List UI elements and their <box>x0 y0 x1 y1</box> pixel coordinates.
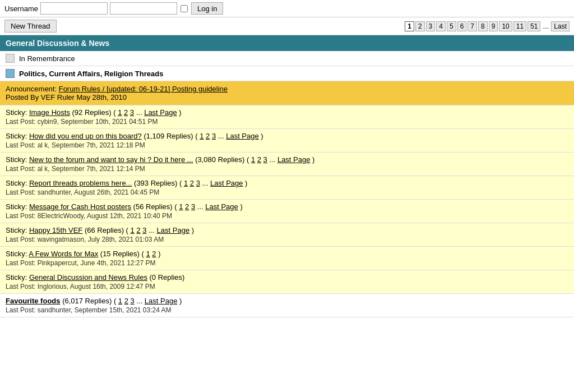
sticky-thread-row: Sticky: Message for Cash Host posters (5… <box>0 200 574 223</box>
normal-threads-container: Favourite foods (6,017 Replies) ( 1 2 3 … <box>0 294 574 317</box>
page-3-link[interactable]: 3 <box>426 21 436 31</box>
sticky-thread-page-link[interactable]: 1 <box>179 202 183 211</box>
page-11-link[interactable]: 11 <box>513 21 526 31</box>
sticky-thread-row: Sticky: New to the forum and want to say… <box>0 153 574 176</box>
sticky-prefix: Sticky: <box>6 250 29 258</box>
login-button[interactable]: Log in <box>191 2 223 15</box>
sticky-thread-row: Sticky: A Few Words for Max (15 Replies)… <box>0 247 574 270</box>
sticky-thread-page-link[interactable]: 1 <box>131 226 135 234</box>
sticky-thread-page-link[interactable]: 2 <box>257 155 261 164</box>
announcement-link[interactable]: Forum Rules / [updated: 06-19-21] Postin… <box>59 85 228 93</box>
page-2-link[interactable]: 2 <box>415 21 425 31</box>
thread-title-line: Sticky: New to the forum and want to say… <box>6 155 568 164</box>
sticky-prefix: Sticky: <box>6 132 29 140</box>
sticky-prefix: Sticky: <box>6 202 29 211</box>
thread-title-line: Sticky: Happy 15th VEF (66 Replies) ( 1 … <box>6 226 568 234</box>
thread-last-post: Last Post: al k, September 7th, 2021 12:… <box>6 165 568 173</box>
subforum-row-in-remembrance: In Remembrance <box>0 51 574 66</box>
thread-last-post: Last Post: Pinkpapercut, June 4th, 2021 … <box>6 259 568 267</box>
page-51-link[interactable]: 51 <box>527 21 540 31</box>
thread-page-link[interactable]: 2 <box>124 297 128 305</box>
normal-thread-row: Favourite foods (6,017 Replies) ( 1 2 3 … <box>0 294 574 317</box>
thread-page-link[interactable]: 3 <box>131 297 135 305</box>
new-thread-button[interactable]: New Thread <box>4 20 57 33</box>
sticky-thread-title[interactable]: A Few Words for Max <box>29 250 98 258</box>
sticky-thread-page-link[interactable]: 2 <box>185 202 189 211</box>
sticky-thread-title[interactable]: Happy 15th VEF <box>29 226 82 234</box>
sticky-prefix: Sticky: <box>6 108 29 117</box>
thread-last-post: Last Post: 8ElectricWoody, August 12th, … <box>6 212 568 220</box>
sticky-thread-title[interactable]: New to the forum and want to say hi ? Do… <box>29 155 193 164</box>
thread-title-line: Sticky: Image Hosts (92 Replies) ( 1 2 3… <box>6 108 568 117</box>
sticky-thread-page-link[interactable]: 2 <box>206 132 210 140</box>
thread-last-post: Last Post: cybin9, September 10th, 2021 … <box>6 118 568 126</box>
page-10-link[interactable]: 10 <box>499 21 512 31</box>
toolbar-row: New Thread 1 2 3 4 5 6 7 8 9 10 11 51 ..… <box>0 17 574 35</box>
sticky-thread-title[interactable]: Message for Cash Host posters <box>29 202 131 211</box>
sticky-thread-page-link[interactable]: 1 <box>146 250 150 258</box>
thread-title[interactable]: Favourite foods <box>6 297 61 305</box>
sticky-prefix: Sticky: <box>6 155 29 164</box>
sticky-thread-page-link[interactable]: 3 <box>191 202 195 211</box>
thread-title-line: Sticky: A Few Words for Max (15 Replies)… <box>6 250 568 258</box>
sticky-thread-page-link[interactable]: 2 <box>136 226 140 234</box>
sticky-thread-page-link[interactable]: 1 <box>184 179 188 187</box>
sticky-thread-row: Sticky: Image Hosts (92 Replies) ( 1 2 3… <box>0 105 574 129</box>
announcement-posted-by: Posted By VEF Ruler May 28th, 2010 <box>6 93 127 102</box>
sticky-thread-title[interactable]: Image Hosts <box>29 108 70 117</box>
page-6-link[interactable]: 6 <box>457 21 467 31</box>
sticky-thread-page-link[interactable]: 2 <box>190 179 194 187</box>
thread-last-page-link[interactable]: Last Page <box>145 297 178 305</box>
sticky-thread-last-page-link[interactable]: Last Page <box>144 108 177 117</box>
thread-last-post: Last Post: sandhunter, August 26th, 2021… <box>6 188 568 196</box>
username-input[interactable] <box>40 2 108 15</box>
sticky-thread-page-link[interactable]: 1 <box>251 155 255 164</box>
sticky-thread-title[interactable]: General Discussion and News Rules <box>29 273 147 282</box>
thread-title-line: Sticky: Message for Cash Host posters (5… <box>6 202 568 211</box>
page-8-link[interactable]: 8 <box>478 21 488 31</box>
sticky-thread-row: Sticky: How did you end up on this board… <box>0 129 574 153</box>
sticky-thread-page-link[interactable]: 3 <box>142 226 146 234</box>
subforum-link-in-remembrance[interactable]: In Remembrance <box>19 54 75 63</box>
sticky-thread-title[interactable]: Report threads problems here... <box>29 179 132 187</box>
sticky-thread-row: Sticky: Report threads problems here... … <box>0 176 574 200</box>
last-page-link[interactable]: Last <box>551 21 570 31</box>
thread-page-link[interactable]: 1 <box>118 297 122 305</box>
page-5-link[interactable]: 5 <box>447 21 456 31</box>
thread-last-post: Last Post: sandhunter, September 15th, 2… <box>6 306 568 314</box>
sticky-thread-page-link[interactable]: 1 <box>118 108 122 117</box>
sticky-thread-row: Sticky: General Discussion and News Rule… <box>0 270 574 294</box>
thread-title-line: Sticky: General Discussion and News Rule… <box>6 273 568 282</box>
subforum-icon-gray <box>6 54 15 63</box>
sticky-thread-page-link[interactable]: 3 <box>263 155 267 164</box>
thread-title-line: Sticky: How did you end up on this board… <box>6 132 568 140</box>
thread-title-line: Sticky: Report threads problems here... … <box>6 179 568 187</box>
sticky-thread-last-page-link[interactable]: Last Page <box>210 179 243 187</box>
announcement-prefix: Announcement: <box>6 85 59 93</box>
sticky-thread-page-link[interactable]: 3 <box>212 132 216 140</box>
sticky-thread-page-link[interactable]: 1 <box>200 132 203 140</box>
page-1-link[interactable]: 1 <box>405 21 414 31</box>
section-title: General Discussion & News <box>6 39 109 48</box>
sticky-thread-page-link[interactable]: 3 <box>130 108 134 117</box>
sticky-thread-last-page-link[interactable]: Last Page <box>205 202 238 211</box>
page-4-link[interactable]: 4 <box>436 21 446 31</box>
sticky-thread-last-page-link[interactable]: Last Page <box>226 132 259 140</box>
login-bar: Username Log in <box>0 0 574 17</box>
sticky-thread-page-link[interactable]: 2 <box>124 108 128 117</box>
page-7-link[interactable]: 7 <box>467 21 477 31</box>
sticky-thread-page-link[interactable]: 2 <box>152 250 156 258</box>
subforum-link-politics[interactable]: Politics, Current Affairs, Religion Thre… <box>19 70 163 78</box>
sticky-thread-last-page-link[interactable]: Last Page <box>277 155 311 164</box>
page-9-link[interactable]: 9 <box>489 21 498 31</box>
remember-me-checkbox[interactable] <box>180 5 188 12</box>
subforum-icon-blue <box>6 69 15 78</box>
ellipsis: ... <box>541 21 550 31</box>
password-input[interactable] <box>110 2 177 15</box>
sticky-prefix: Sticky: <box>6 226 29 234</box>
sticky-thread-last-page-link[interactable]: Last Page <box>157 226 190 234</box>
sticky-thread-page-link[interactable]: 3 <box>196 179 200 187</box>
section-header: General Discussion & News <box>0 35 574 51</box>
pagination: 1 2 3 4 5 6 7 8 9 10 11 51 ... Last <box>405 21 570 31</box>
sticky-thread-title[interactable]: How did you end up on this board? <box>29 132 142 140</box>
